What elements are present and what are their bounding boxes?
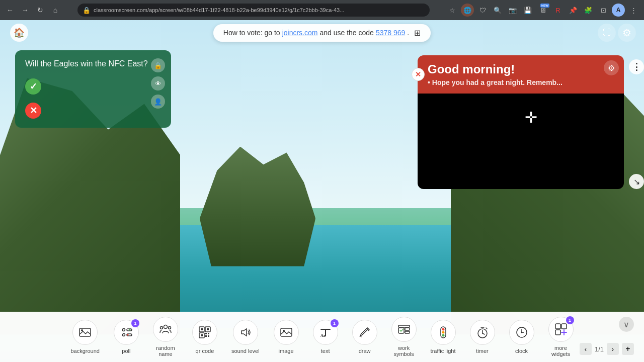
toolbar-item-timer[interactable]: timer [463,316,502,358]
toolbar-item-random-name[interactable]: randomname [146,313,185,361]
vote-prefix: How to vote: go to [223,29,280,37]
extension-2-icon[interactable]: 🛡 [476,4,489,17]
eye-button[interactable]: 👁 [151,76,165,90]
svg-point-9 [160,327,163,329]
svg-point-1 [81,329,83,331]
poll-yes-check[interactable]: ✓ [25,78,41,95]
svg-rect-25 [405,328,410,330]
bottom-toolbar: ∨ background 1 [0,312,644,362]
note-settings-button[interactable]: ⚙ [604,60,619,75]
note-subtitle: • Hope you had a great night. Rememb... [428,78,614,86]
add-page-button[interactable]: + [622,343,634,355]
image-label: image [279,348,294,354]
settings-button[interactable]: ⚙ [618,24,636,42]
lock-icon: 🔒 [154,62,162,69]
poll-icon: 1 [114,320,139,345]
toolbar-item-draw[interactable]: draw [345,316,384,358]
chrome-icons: ☆ 🌐 🛡 🔍 📷 💾 🖥 R 📌 🧩 ⊡ A ⋮ [446,4,640,17]
note-more-button[interactable]: ⋮ [629,59,644,74]
refresh-button[interactable]: ↻ [34,4,46,16]
work-symbols-icon [391,317,417,342]
toolbar-pagination: ‹ 1/1 › + [580,343,634,355]
prev-icon: ‹ [585,345,587,353]
vote-suffix: . [407,29,409,37]
timer-icon [470,320,495,345]
extension-5-icon[interactable]: 💾 [521,4,534,17]
more-icon: ⋮ [632,61,641,72]
random-name-label: randomname [156,345,175,357]
toolbar-item-image[interactable]: image [267,316,306,358]
extension-4-icon[interactable]: 📷 [506,4,519,17]
qr-code-icon [192,320,217,345]
avatar[interactable]: A [612,4,625,17]
extension-r-icon[interactable]: R [551,4,565,17]
svg-rect-14 [201,328,203,330]
toolbar-item-background[interactable]: background [63,316,107,358]
svg-point-3 [122,334,125,336]
clock-icon [509,320,534,345]
toolbar-item-more-widgets[interactable]: 1 morewidgets [541,313,581,361]
toolbar-item-clock[interactable]: clock [502,316,541,358]
poll-no-check[interactable]: ✕ [25,103,41,119]
toolbar-collapse-button[interactable]: ∨ [619,317,634,332]
lock-button[interactable]: 🔒 [151,58,165,72]
vote-mid: and use the code [319,29,373,37]
settings-icon: ⚙ [622,27,631,39]
toolbar-item-traffic-light[interactable]: traffic light [424,316,463,358]
puzzle-icon[interactable]: 🧩 [582,4,595,17]
svg-rect-16 [201,334,203,336]
qr-grid-icon[interactable]: ⊞ [414,28,421,38]
extension-new-icon[interactable]: 🖥 [536,4,549,17]
fullscreen-button[interactable]: ⛶ [598,24,616,42]
forward-button[interactable]: → [19,4,31,16]
toolbar-item-work-symbols[interactable]: worksymbols [384,313,424,361]
svg-point-31 [442,334,444,337]
svg-point-8 [164,325,167,329]
url-text: classroomscreen.com/app/screen/w/08b44d1… [94,7,344,13]
toolbar-item-sound-level[interactable]: sound level [224,316,267,358]
more-widgets-label: morewidgets [551,345,570,357]
timer-label: timer [476,348,488,354]
extension-icon[interactable]: 🌐 [461,4,474,17]
home-button[interactable]: 🏠 [10,24,28,42]
note-title: Good morning! [428,62,614,76]
toolbar-item-poll[interactable]: 1 poll [107,316,146,358]
back-button[interactable]: ← [4,4,16,16]
svg-point-6 [129,329,130,331]
note-resize-handle[interactable]: ↘ [629,174,644,189]
toolbar-item-qr-code[interactable]: qr code [185,316,224,358]
svg-rect-18 [208,333,209,334]
svg-rect-19 [205,335,207,337]
svg-point-29 [442,328,444,331]
extension-6-icon[interactable]: 📌 [567,4,580,17]
bookmark-icon[interactable]: ☆ [446,4,459,17]
svg-point-34 [521,332,522,333]
note-settings-icon: ⚙ [608,63,615,73]
text-badge: 1 [331,319,339,327]
address-bar[interactable]: 🔒 classroomscreen.com/app/screen/w/08b44… [77,4,430,17]
extension-3-icon[interactable]: 🔍 [491,4,504,17]
vote-link[interactable]: joincrs.com [282,29,318,37]
prev-page-button[interactable]: ‹ [580,343,592,355]
vote-banner: How to vote: go to joincrs.com and use t… [213,24,431,42]
eye-icon: 👁 [155,80,162,87]
background-icon [72,320,98,345]
more-widgets-icon: 1 [548,317,574,342]
window-icon[interactable]: ⊡ [597,4,610,17]
next-page-button[interactable]: › [607,343,619,355]
svg-rect-27 [398,325,410,327]
background-label: background [70,348,100,354]
menu-icon[interactable]: ⋮ [627,4,640,17]
work-symbols-label: worksymbols [393,345,414,357]
user-button[interactable]: 👤 [151,95,165,109]
note-close-button[interactable]: ✕ [412,68,425,81]
vote-code[interactable]: 5378 969 [376,29,405,37]
sound-label: sound level [231,348,260,354]
toolbar-item-text[interactable]: 1 Aa text [306,316,345,358]
traffic-light-label: traffic light [431,348,456,354]
cross-icon: ✕ [30,105,37,116]
text-icon: 1 Aa [313,320,338,345]
svg-rect-0 [79,328,91,336]
home-nav-button[interactable]: ⌂ [49,4,61,16]
note-header: ✕ Good morning! • Hope you had a great n… [418,55,624,94]
